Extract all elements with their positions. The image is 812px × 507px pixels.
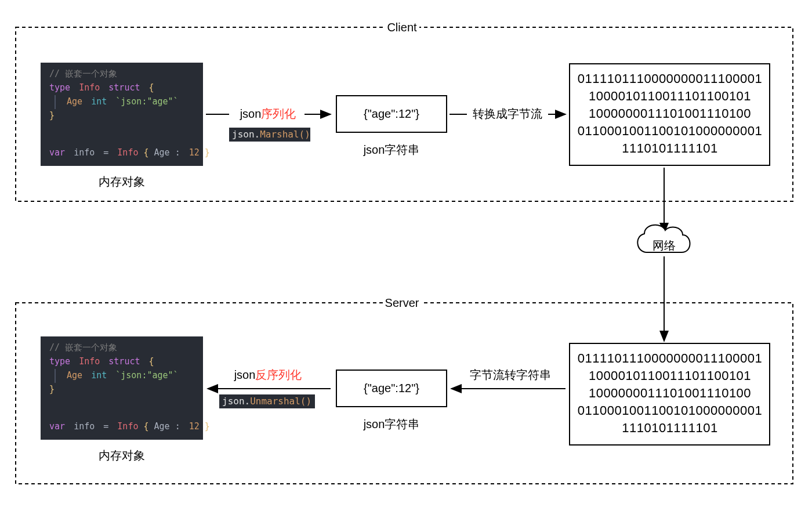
- arrow-serialize-label: json序列化: [240, 107, 296, 120]
- svg-text:}: }: [49, 384, 55, 394]
- client-binary-box: 0111101110000000011100001 10000101100111…: [570, 64, 770, 165]
- svg-text:Age
        int
        `json:: Age int `json:"age"`: [67, 370, 179, 381]
- svg-text:1000010110011101100101: 1000010110011101100101: [589, 368, 751, 383]
- arrow-to-bytes-label: 转换成字节流: [473, 107, 542, 120]
- svg-text:0111101110000000011100001: 0111101110000000011100001: [578, 71, 762, 86]
- svg-text:type
        Info
        stru: type Info struct {: [49, 356, 154, 367]
- svg-text:type
        Info
        stru: type Info struct {: [49, 82, 154, 93]
- server-json-label: json字符串: [363, 418, 420, 430]
- server-json-box: {"age":12"}: [336, 370, 447, 407]
- client-code-label: 内存对象: [99, 175, 145, 188]
- svg-text:Age
        int
        `json:: Age int `json:"age"`: [67, 96, 179, 107]
- svg-text:网络: 网络: [652, 239, 676, 252]
- svg-text:1000010110011101100101: 1000010110011101100101: [589, 89, 751, 103]
- svg-text:json.Marshal(): json.Marshal(): [232, 129, 310, 140]
- marshal-snippet: json.Marshal(): [229, 128, 310, 142]
- svg-text:0111101110000000011100001: 0111101110000000011100001: [578, 351, 762, 365]
- server-code-block: // 嵌套一个对象 type Info struct { Age int `js…: [41, 336, 210, 440]
- svg-text:0110001001100101000000001: 0110001001100101000000001: [578, 124, 762, 138]
- server-binary-box: 0111101110000000011100001 10000101100111…: [570, 343, 770, 445]
- svg-text:// 嵌套一个对象: // 嵌套一个对象: [49, 342, 117, 353]
- client-json-box: {"age":12"}: [336, 96, 447, 132]
- svg-text:{"age":12"}: {"age":12"}: [364, 382, 419, 394]
- svg-text:1110101111101: 1110101111101: [622, 421, 718, 435]
- client-json-label: json字符串: [363, 143, 420, 156]
- svg-text:0110001001100101000000001: 0110001001100101000000001: [578, 403, 762, 418]
- svg-text:1000000011101001110100: 1000000011101001110100: [589, 106, 751, 121]
- svg-text:1110101111101: 1110101111101: [622, 141, 718, 155]
- arrow-deserialize-label: json反序列化: [234, 368, 302, 381]
- svg-text:{"age":12"}: {"age":12"}: [364, 107, 419, 120]
- server-title: Server: [385, 296, 419, 309]
- client-title: Client: [387, 21, 417, 34]
- server-panel: Server // 嵌套一个对象 type Info struct { Age …: [16, 296, 793, 484]
- client-code-block: // 嵌套一个对象 type Info struct { Age int `js…: [41, 63, 210, 166]
- arrow-bytes-to-string-label: 字节流转字符串: [470, 368, 551, 381]
- client-panel: Client // 嵌套一个对象 type Info struct { Age …: [16, 21, 793, 201]
- network-cloud: 网络: [637, 225, 690, 252]
- svg-text:}: }: [49, 110, 55, 121]
- unmarshal-snippet: json.Unmarshal(): [219, 394, 315, 408]
- svg-text:1000000011101001110100: 1000000011101001110100: [589, 386, 751, 400]
- svg-text:// 嵌套一个对象: // 嵌套一个对象: [49, 68, 117, 79]
- svg-text:json.Unmarshal(): json.Unmarshal(): [222, 396, 311, 407]
- server-code-label: 内存对象: [99, 449, 145, 462]
